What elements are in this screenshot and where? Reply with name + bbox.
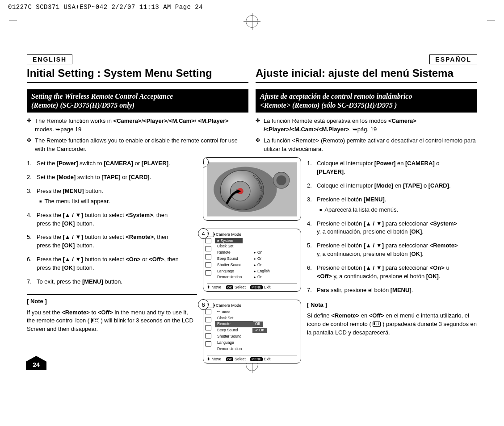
section-bar-en: Setting the Wireless Remote Control Acce… (27, 89, 248, 113)
camera-dial-icon: PLAYER OFF CAMERA (207, 160, 297, 218)
menu6-footer: ⬍ Move OK Select MENU Exit (207, 355, 297, 361)
menu6-row: Shutter Sound (215, 334, 253, 340)
illustration-step-1: 1 PLAYER OFF CAMERA (203, 157, 301, 221)
remote-control-icon (373, 322, 381, 327)
lang-tag-spanish: ESPAÑOL (429, 54, 477, 64)
note-body-en: If you set the <Remote> to <Off> in the … (27, 309, 197, 334)
remote-control-icon (91, 318, 99, 323)
steps-en: 1.Set the [Power] switch to [CAMERA] or … (27, 159, 197, 286)
section-bar-es: Ajuste de aceptación de control remoto i… (256, 89, 477, 113)
lang-tag-english: ENGLISH (27, 54, 72, 64)
menu4-row: Demonstration (215, 274, 253, 280)
menu6-row: Clock Set (215, 315, 253, 322)
menu4-header: ►System (215, 238, 243, 243)
note-head-en: [ Note ] (27, 297, 197, 306)
menu-side-icons (205, 309, 211, 347)
print-meta: 01227C SCD371 USA+ESP~042 2/2/07 11:13 A… (0, 0, 504, 12)
menu4-row: Remote (215, 250, 253, 256)
illustration-step-6: 6 Camera Mode ⭠ Back Clock Set Remote Of… (203, 300, 301, 363)
camcorder-icon (207, 303, 214, 308)
menu4-row: Beep Sound (215, 256, 253, 262)
svg-point-10 (277, 175, 286, 185)
note-head-es: [ Nota ] (307, 301, 477, 309)
menu4-title: Camera Mode (216, 232, 241, 237)
menu6-row-selected: Remote (215, 321, 253, 327)
page-title-en: Initial Setting : System Menu Setting (27, 67, 248, 83)
bullet-es-1: La función Remote está operativa en los … (256, 117, 477, 134)
note-body-es: Si define <Remote> en <Off> en el menú e… (307, 312, 477, 337)
menu6-row: Demonstration (215, 346, 253, 352)
menu4-row: Shutter Sound (215, 262, 253, 268)
steps-es: 1.Coloque el interruptor [Power] en [CAM… (307, 159, 477, 294)
menu4-row: Clock Set (215, 243, 253, 250)
camcorder-icon (207, 232, 214, 237)
bullet-es-2: La función <Remote> (Remoto) permite act… (256, 137, 477, 154)
page-title-es: Ajuste inicial: ajuste del menú Sistema (256, 67, 477, 83)
bullet-en-1: The Remote function works in <Camera>/<P… (27, 117, 248, 134)
menu4-row: Language (215, 268, 253, 275)
menu6-title: Camera Mode (216, 303, 241, 308)
bullet-en-2: The Remote function allows you to enable… (27, 137, 248, 154)
crop-marks-top (0, 12, 504, 28)
illustration-step-4: 4 Camera Mode ►System Clock Set RemoteOn… (203, 229, 301, 292)
menu6-row: Language (215, 340, 253, 346)
menu4-footer: ⬍ Move OK Select MENU Exit (207, 283, 297, 289)
menu6-row: Beep Sound (215, 327, 253, 334)
menu-side-icons (205, 238, 211, 276)
